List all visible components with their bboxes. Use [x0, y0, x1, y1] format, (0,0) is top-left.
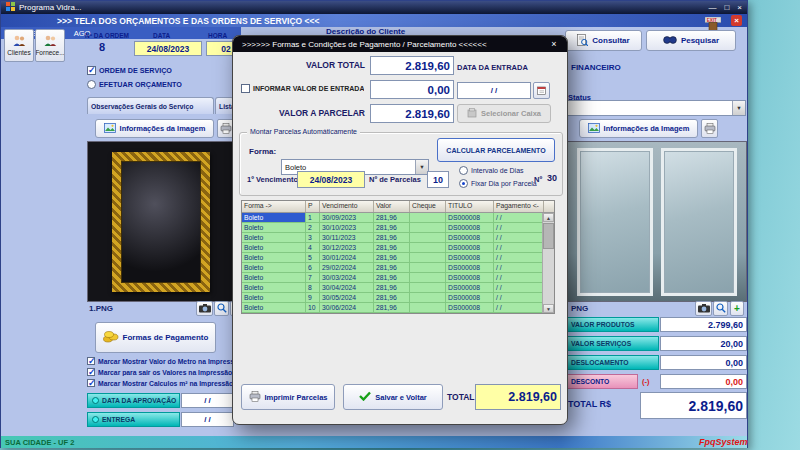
check-valor-metro[interactable]: Marcar Mostrar Valor do Metro na Impress…	[87, 357, 233, 365]
data-aprovacao-field[interactable]: / /	[181, 393, 234, 408]
grid-cell[interactable]: DS000008	[446, 293, 494, 303]
add-image-right-button[interactable]: +	[730, 301, 744, 316]
grid-cell[interactable]	[410, 273, 446, 283]
grid-cell[interactable]: DS000008	[446, 243, 494, 253]
imprimir-parcelas-button[interactable]: Imprimir Parcelas	[241, 384, 335, 410]
entrega-field[interactable]: / /	[181, 412, 234, 427]
grid-cell[interactable]	[410, 213, 446, 223]
grid-cell[interactable]: 6	[306, 263, 320, 273]
grid-cell[interactable]	[410, 223, 446, 233]
parcelas-field[interactable]: 10	[427, 171, 449, 188]
grid-cell[interactable]: 281,96	[374, 243, 410, 253]
grid-cell[interactable]	[410, 233, 446, 243]
calcular-parcelamento-button[interactable]: CALCULAR PARCELAMENTO	[437, 138, 555, 162]
grid-cell[interactable]	[410, 293, 446, 303]
grid-cell[interactable]: / /	[494, 253, 544, 263]
parcela-row[interactable]: Boleto730/03/2024281,96DS000008/ /	[242, 273, 554, 283]
grid-header-cell[interactable]: Cheque	[410, 201, 446, 212]
grid-cell[interactable]: 30/04/2024	[320, 283, 374, 293]
calendar-picker-button[interactable]	[533, 82, 550, 99]
grid-cell[interactable]	[410, 253, 446, 263]
zoom-right-button[interactable]	[713, 301, 728, 316]
grid-cell[interactable]: / /	[494, 233, 544, 243]
parcela-row[interactable]: Boleto130/09/2023281,96DS000008/ /	[242, 213, 554, 223]
grid-cell[interactable]: Boleto	[242, 253, 306, 263]
grid-cell[interactable]: 30/11/2023	[320, 233, 374, 243]
grid-header-cell[interactable]: Forma ->	[242, 201, 306, 212]
selecionar-caixa-button[interactable]: Selecionar Caixa	[457, 104, 551, 123]
grid-cell[interactable]: Boleto	[242, 233, 306, 243]
grid-cell[interactable]: 1	[306, 213, 320, 223]
fornecedores-button[interactable]: Fornece...	[35, 29, 65, 62]
grid-cell[interactable]	[410, 303, 446, 313]
parcela-row[interactable]: Boleto1030/06/2024281,96DS000008/ /	[242, 303, 554, 313]
grid-cell[interactable]: Boleto	[242, 273, 306, 283]
check-valores-impressao[interactable]: Marcar para sair os Valores na Impressão	[87, 368, 233, 376]
grid-cell[interactable]	[410, 283, 446, 293]
info-imagem-right-button[interactable]: Informações da Imagem	[579, 119, 698, 138]
parcela-row[interactable]: Boleto430/12/2023281,96DS000008/ /	[242, 243, 554, 253]
grid-header-cell[interactable]: Valor	[374, 201, 410, 212]
grid-cell[interactable]: 30/03/2024	[320, 273, 374, 283]
camera-left-button[interactable]	[196, 301, 213, 316]
zoom-left-button[interactable]	[214, 301, 229, 316]
scroll-up-icon[interactable]: ▲	[543, 213, 554, 222]
financeiro-select[interactable]: ▼	[567, 100, 746, 116]
maximize-button[interactable]: □	[724, 3, 729, 12]
grid-cell[interactable]: Boleto	[242, 293, 306, 303]
grid-cell[interactable]	[410, 263, 446, 273]
grid-cell[interactable]: 30/09/2023	[320, 213, 374, 223]
grid-cell[interactable]: 29/02/2024	[320, 263, 374, 273]
caption-close-button[interactable]: ×	[731, 15, 742, 26]
formas-pagamento-button[interactable]: Formas de Pagamento	[95, 322, 216, 353]
grid-cell[interactable]: DS000008	[446, 303, 494, 313]
clientes-button[interactable]: Clientes	[4, 29, 34, 62]
grid-cell[interactable]: DS000008	[446, 283, 494, 293]
grid-cell[interactable]: Boleto	[242, 303, 306, 313]
grid-cell[interactable]: 8	[306, 283, 320, 293]
grid-cell[interactable]: / /	[494, 213, 544, 223]
grid-cell[interactable]: 5	[306, 253, 320, 263]
grid-cell[interactable]: / /	[494, 223, 544, 233]
scroll-down-icon[interactable]: ▼	[543, 304, 554, 313]
scrollbar-thumb[interactable]	[543, 223, 554, 249]
ordem-servico-checkbox[interactable]: ORDEM DE SERVIÇO	[87, 66, 172, 75]
parcela-row[interactable]: Boleto230/10/2023281,96DS000008/ /	[242, 223, 554, 233]
grid-scrollbar[interactable]: ▲ ▼	[542, 213, 554, 313]
grid-cell[interactable]: 30/10/2023	[320, 223, 374, 233]
data-field[interactable]: 24/08/2023	[134, 41, 202, 56]
grid-cell[interactable]: Boleto	[242, 263, 306, 273]
grid-cell[interactable]: Boleto	[242, 243, 306, 253]
data-entrada-field[interactable]: / /	[457, 82, 531, 99]
grid-cell[interactable]: DS000008	[446, 233, 494, 243]
parcela-row[interactable]: Boleto530/01/2024281,96DS000008/ /	[242, 253, 554, 263]
chevron-down-icon[interactable]: ▼	[732, 101, 745, 115]
minimize-button[interactable]: —	[708, 3, 716, 12]
grid-cell[interactable]: Boleto	[242, 283, 306, 293]
grid-cell[interactable]: / /	[494, 283, 544, 293]
close-button[interactable]: ×	[737, 3, 742, 12]
grid-cell[interactable]: / /	[494, 273, 544, 283]
grid-cell[interactable]: 30/06/2024	[320, 303, 374, 313]
pesquisar-button[interactable]: Pesquisar	[646, 30, 736, 51]
grid-header-cell[interactable]: Vencimento	[320, 201, 374, 212]
fixar-dia-radio[interactable]: Fixar Dia por Parcela	[459, 179, 537, 188]
grid-cell[interactable]: 2	[306, 223, 320, 233]
grid-header-cell[interactable]: TITULO	[446, 201, 494, 212]
grid-cell[interactable]: 9	[306, 293, 320, 303]
grid-cell[interactable]: 7	[306, 273, 320, 283]
grid-header-cell[interactable]: P	[306, 201, 320, 212]
grid-cell[interactable]: 281,96	[374, 263, 410, 273]
grid-cell[interactable]: 30/05/2024	[320, 293, 374, 303]
info-imagem-left-button[interactable]: Informações da Imagem	[95, 119, 214, 138]
grid-cell[interactable]: 3	[306, 233, 320, 243]
modal-close-button[interactable]: ×	[548, 38, 560, 50]
grid-cell[interactable]: 4	[306, 243, 320, 253]
grid-cell[interactable]: 281,96	[374, 273, 410, 283]
grid-cell[interactable]: DS000008	[446, 273, 494, 283]
grid-cell[interactable]: 281,96	[374, 233, 410, 243]
grid-cell[interactable]: 281,96	[374, 223, 410, 233]
informar-entrada-checkbox[interactable]: INFORMAR VALOR DE ENTRADA	[241, 84, 364, 93]
check-calculos-m2[interactable]: Marcar Mostrar Calculos m² na Impressão	[87, 379, 233, 387]
parcela-row[interactable]: Boleto930/05/2024281,96DS000008/ /	[242, 293, 554, 303]
